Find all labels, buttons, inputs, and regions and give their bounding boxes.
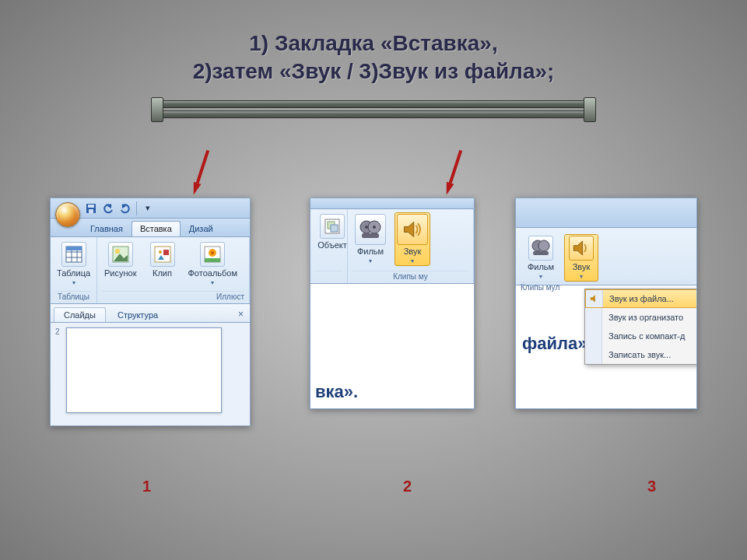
svg-marker-3	[443, 182, 454, 196]
svg-line-0	[198, 150, 209, 183]
tables-group-title: Таблицы	[55, 291, 92, 302]
slide-number: 2	[55, 327, 60, 336]
pane-outline[interactable]: Структура	[107, 307, 168, 322]
illustrations-group-title: Иллюст	[102, 291, 244, 302]
qat-dropdown-icon[interactable]: ▾	[142, 202, 154, 215]
movie-button-3[interactable]: Фильм ▾	[524, 234, 558, 282]
title-line-1: 1) Закладка «Вставка»,	[0, 30, 747, 58]
object-button[interactable]: Объект	[315, 212, 349, 251]
sound-button-3[interactable]: Звук ▾	[564, 234, 598, 282]
screenshot-1: ▾ Главная Вставка Дизай Таблица ▾ Таблиц…	[50, 198, 251, 426]
movie-button[interactable]: Фильм ▾	[352, 212, 388, 266]
slide-thumbnail[interactable]	[66, 327, 222, 413]
svg-rect-8	[89, 209, 93, 213]
redo-icon[interactable]	[119, 202, 132, 215]
sound-label: Звук	[404, 247, 422, 256]
object-label: Объект	[317, 240, 346, 250]
menu-sound-from-cd[interactable]: Запись с компакт-д	[585, 327, 697, 345]
table-button[interactable]: Таблица ▾	[55, 240, 92, 288]
caption-2: 2	[403, 478, 412, 495]
caption-3: 3	[647, 478, 656, 495]
svg-line-2	[451, 150, 461, 183]
screenshot-2: Объект Фильм ▾ Звук ▾	[310, 198, 475, 409]
svg-rect-7	[88, 205, 94, 208]
svg-marker-36	[405, 222, 414, 236]
tab-design[interactable]: Дизай	[181, 221, 222, 236]
svg-rect-40	[533, 251, 549, 255]
quick-access-toolbar: ▾	[51, 198, 250, 219]
movie-icon	[355, 214, 386, 245]
speaker-icon	[569, 236, 594, 261]
sound-button[interactable]: Звук ▾	[395, 212, 430, 266]
svg-point-39	[538, 240, 549, 251]
arrow-2	[443, 149, 465, 196]
object-icon	[320, 214, 345, 239]
menu-item-label: Звук из организато	[608, 313, 683, 322]
slide-area-fragment: вка».	[310, 284, 474, 408]
tab-home[interactable]: Главная	[82, 221, 132, 236]
picture-button[interactable]: Рисунок	[102, 240, 139, 288]
clip-button[interactable]: Клип	[146, 240, 180, 288]
title-line-2: 2)затем «Звук / 3)Звук из файла»;	[0, 58, 747, 86]
save-icon[interactable]	[85, 202, 97, 215]
speaker-icon	[397, 214, 428, 245]
photoalbum-button[interactable]: Фотоальбом ▾	[186, 240, 240, 288]
picture-label: Рисунок	[104, 268, 137, 278]
svg-rect-30	[331, 225, 338, 232]
menu-record-sound[interactable]: Записать звук...	[585, 345, 697, 364]
svg-point-26	[211, 251, 214, 254]
svg-point-33	[365, 226, 368, 229]
movie-label: Фильм	[528, 262, 554, 271]
slide-title: 1) Закладка «Вставка», 2)затем «Звук / 3…	[0, 0, 747, 86]
svg-marker-41	[573, 241, 582, 255]
slide-thumbnails: 2	[51, 323, 250, 425]
svg-point-18	[115, 249, 120, 254]
ribbon-tabs: Главная Вставка Дизай	[51, 219, 250, 237]
svg-point-34	[373, 226, 376, 229]
svg-rect-22	[163, 250, 169, 255]
svg-rect-27	[205, 258, 220, 262]
svg-marker-42	[590, 295, 594, 303]
movie-icon	[528, 236, 553, 261]
media-group-title: Клипы му	[352, 271, 468, 282]
clip-icon	[150, 242, 175, 267]
caption-1: 1	[142, 478, 151, 495]
speaker-small-icon	[586, 290, 603, 307]
pane-slides[interactable]: Слайды	[54, 307, 106, 322]
table-icon	[61, 242, 86, 267]
tab-insert[interactable]: Вставка	[132, 221, 181, 236]
ornament-divider	[156, 100, 591, 122]
photoalbum-icon	[200, 242, 225, 267]
table-label: Таблица	[57, 268, 90, 278]
sound-menu-3: Звук из файла... Звук из организато Запи…	[584, 289, 697, 365]
undo-icon[interactable]	[102, 202, 114, 215]
picture-icon	[108, 242, 133, 267]
ribbon-3: Фильм ▾ Звук ▾ Клипы мул	[516, 228, 696, 285]
menu-item-label: Записать звук...	[608, 350, 671, 359]
menu-sound-from-file[interactable]: Звук из файла...	[585, 289, 697, 308]
menu-item-label: Звук из файла...	[609, 294, 674, 303]
panes-close-icon[interactable]: ×	[238, 309, 244, 322]
ribbon-2: Объект Фильм ▾ Звук ▾	[310, 209, 474, 284]
movie-label: Фильм	[357, 247, 384, 256]
svg-point-21	[159, 250, 162, 254]
svg-rect-16	[66, 247, 82, 250]
svg-marker-1	[190, 182, 201, 196]
menu-item-label: Запись с компакт-д	[608, 331, 685, 341]
doc-text-fragment: вка».	[315, 382, 358, 402]
arrow-1	[190, 149, 212, 196]
photoalbum-label: Фотоальбом	[188, 268, 238, 278]
ribbon: Таблица ▾ Таблицы Рисунок Клип	[51, 237, 250, 304]
svg-rect-35	[362, 233, 379, 238]
sound-label: Звук	[573, 262, 591, 271]
panes-tabs: Слайды Структура ×	[51, 304, 250, 323]
clip-label: Клип	[153, 268, 172, 278]
screenshot-3: Фильм ▾ Звук ▾ Клипы мул Звук из файла..…	[515, 198, 697, 409]
office-button[interactable]	[55, 202, 80, 227]
menu-sound-from-organizer[interactable]: Звук из организато	[585, 308, 697, 327]
